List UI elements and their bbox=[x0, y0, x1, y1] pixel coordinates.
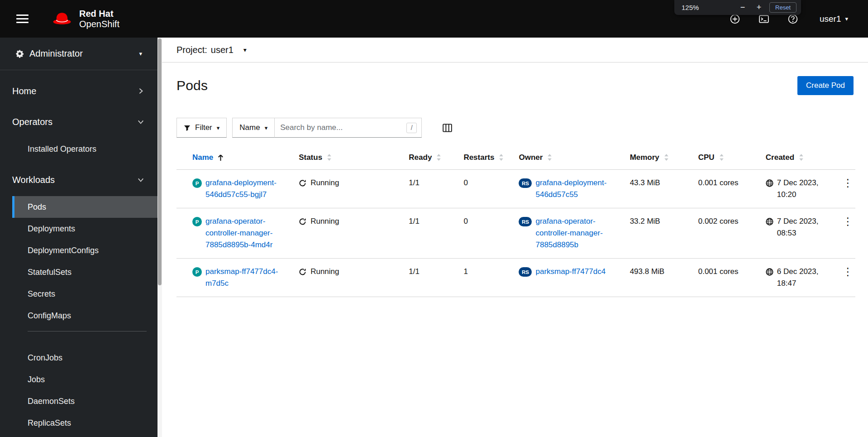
row-kebab-menu[interactable]: ⋮ bbox=[839, 177, 857, 189]
pod-badge: P bbox=[192, 217, 202, 226]
sidebar: Administrator ▾ Home Operators Installed… bbox=[0, 38, 157, 437]
sidebar-item-operators[interactable]: Operators bbox=[0, 106, 157, 137]
sidebar-item-jobs[interactable]: Jobs bbox=[0, 369, 157, 390]
sidebar-item-statefulsets[interactable]: StatefulSets bbox=[0, 261, 157, 283]
search-input[interactable] bbox=[275, 123, 406, 132]
scrollbar-thumb[interactable] bbox=[158, 38, 162, 285]
user-menu[interactable]: user1 ▾ bbox=[817, 14, 851, 24]
terminal-icon[interactable] bbox=[759, 14, 769, 24]
username: user1 bbox=[820, 14, 841, 24]
column-header-owner[interactable]: Owner bbox=[511, 148, 622, 170]
sort-icon bbox=[799, 154, 804, 161]
sidebar-item-installed-operators[interactable]: Installed Operators bbox=[0, 138, 157, 160]
hamburger-icon bbox=[16, 14, 29, 16]
caret-down-icon: ▾ bbox=[243, 47, 247, 53]
caret-down-icon: ▾ bbox=[265, 125, 268, 131]
pod-restarts: 0 bbox=[456, 208, 511, 259]
perspective-switcher[interactable]: Administrator ▾ bbox=[0, 38, 157, 70]
row-kebab-menu[interactable]: ⋮ bbox=[839, 266, 857, 278]
sidebar-item-replicasets[interactable]: ReplicaSets bbox=[0, 412, 157, 434]
pod-link[interactable]: grafana-operator-controller-manager-7885… bbox=[205, 216, 284, 251]
owner-link[interactable]: grafana-operator-controller-manager-7885… bbox=[535, 216, 615, 251]
timestamp-icon bbox=[766, 218, 773, 226]
column-header-memory[interactable]: Memory bbox=[623, 148, 691, 170]
pod-status: Running bbox=[310, 266, 339, 278]
running-sync-icon bbox=[299, 179, 306, 187]
sidebar-item-daemonsets[interactable]: DaemonSets bbox=[0, 390, 157, 412]
perspective-label: Administrator bbox=[29, 48, 83, 59]
zoom-reset-button[interactable]: Reset bbox=[769, 2, 796, 13]
chevron-down-icon bbox=[138, 177, 144, 183]
pod-memory: 43.3 MiB bbox=[623, 170, 691, 208]
pod-cpu: 0.001 cores bbox=[691, 170, 758, 208]
sort-icon bbox=[719, 154, 724, 161]
pod-memory: 493.8 MiB bbox=[623, 259, 691, 297]
zoom-out-button[interactable]: − bbox=[737, 3, 749, 12]
caret-down-icon: ▾ bbox=[217, 125, 220, 131]
pod-link[interactable]: parksmap-ff7477dc4-m7d5c bbox=[205, 266, 284, 289]
sidebar-scrollbar[interactable] bbox=[157, 38, 162, 437]
pod-cpu: 0.002 cores bbox=[691, 208, 758, 259]
caret-down-icon: ▾ bbox=[845, 16, 848, 22]
owner-link[interactable]: parksmap-ff7477dc4 bbox=[535, 266, 606, 278]
column-header-cpu[interactable]: CPU bbox=[691, 148, 758, 170]
column-header-actions bbox=[832, 148, 855, 170]
sidebar-item-deployments[interactable]: Deployments bbox=[0, 218, 157, 240]
manage-columns-button[interactable] bbox=[441, 122, 454, 134]
pod-restarts: 0 bbox=[456, 170, 511, 208]
sidebar-item-cronjobs[interactable]: CronJobs bbox=[0, 347, 157, 369]
sort-icon bbox=[547, 154, 552, 161]
column-header-restarts[interactable]: Restarts bbox=[456, 148, 511, 170]
filter-dropdown[interactable]: Filter ▾ bbox=[176, 118, 227, 138]
table-row: P parksmap-ff7477dc4-m7d5c Running 1/1 1… bbox=[176, 259, 855, 297]
timestamp-icon bbox=[766, 268, 773, 276]
pod-link[interactable]: grafana-deployment-546dd57c55-bgjl7 bbox=[205, 177, 284, 201]
running-sync-icon bbox=[299, 218, 306, 226]
zoom-in-button[interactable]: + bbox=[753, 3, 765, 12]
sidebar-item-configmaps[interactable]: ConfigMaps bbox=[0, 305, 157, 327]
pods-table: Name Status Ready Restarts Owner bbox=[176, 148, 855, 297]
pod-ready: 1/1 bbox=[401, 208, 456, 259]
project-bar: Project: user1 ▾ bbox=[162, 38, 868, 62]
quick-create-icon[interactable] bbox=[730, 14, 740, 24]
openshift-logo: Red Hat OpenShift bbox=[50, 9, 119, 29]
filter-toolbar: Filter ▾ Name ▾ / bbox=[176, 118, 854, 138]
sidebar-item-workloads[interactable]: Workloads bbox=[0, 164, 157, 195]
row-kebab-menu[interactable]: ⋮ bbox=[839, 216, 857, 228]
zoom-level: 125% bbox=[682, 4, 699, 11]
column-header-status[interactable]: Status bbox=[291, 148, 401, 170]
replicaset-badge: RS bbox=[519, 217, 532, 226]
column-header-ready[interactable]: Ready bbox=[401, 148, 456, 170]
browser-zoom-popup: 125% − + Reset bbox=[674, 0, 801, 15]
nav-divider bbox=[28, 331, 147, 342]
sidebar-nav: Home Operators Installed Operators Workl… bbox=[0, 70, 157, 437]
pod-ready: 1/1 bbox=[401, 259, 456, 297]
gear-icon bbox=[15, 49, 24, 58]
owner-link[interactable]: grafana-deployment-546dd57c55 bbox=[535, 177, 615, 201]
redhat-hat-icon bbox=[50, 11, 74, 27]
table-header-row: Name Status Ready Restarts Owner bbox=[176, 148, 855, 170]
project-selector[interactable]: Project: user1 ▾ bbox=[176, 45, 247, 55]
search-attribute-dropdown[interactable]: Name ▾ bbox=[232, 118, 275, 138]
sidebar-item-replicationcontrollers[interactable]: ReplicationControllers bbox=[0, 434, 157, 437]
column-header-name[interactable]: Name bbox=[176, 148, 291, 170]
help-icon[interactable] bbox=[788, 14, 798, 24]
sidebar-item-secrets[interactable]: Secrets bbox=[0, 283, 157, 305]
pod-restarts: 1 bbox=[456, 259, 511, 297]
pod-badge: P bbox=[192, 178, 202, 188]
sort-icon bbox=[664, 154, 669, 161]
sidebar-item-home[interactable]: Home bbox=[0, 76, 157, 106]
create-pod-button[interactable]: Create Pod bbox=[797, 76, 854, 95]
project-label: Project: bbox=[176, 45, 207, 55]
pod-cpu: 0.001 cores bbox=[691, 259, 758, 297]
nav-toggle-button[interactable] bbox=[13, 11, 32, 27]
sort-ascending-icon bbox=[218, 154, 224, 161]
chevron-right-icon bbox=[138, 88, 144, 94]
pod-memory: 33.2 MiB bbox=[623, 208, 691, 259]
sort-icon bbox=[499, 154, 504, 161]
main-content: Project: user1 ▾ Pods Create Pod Filter … bbox=[162, 38, 868, 437]
pod-created: 6 Dec 2023, 18:47 bbox=[777, 266, 825, 289]
sidebar-item-pods[interactable]: Pods bbox=[12, 196, 157, 218]
sidebar-item-deploymentconfigs[interactable]: DeploymentConfigs bbox=[0, 240, 157, 261]
column-header-created[interactable]: Created bbox=[758, 148, 832, 170]
